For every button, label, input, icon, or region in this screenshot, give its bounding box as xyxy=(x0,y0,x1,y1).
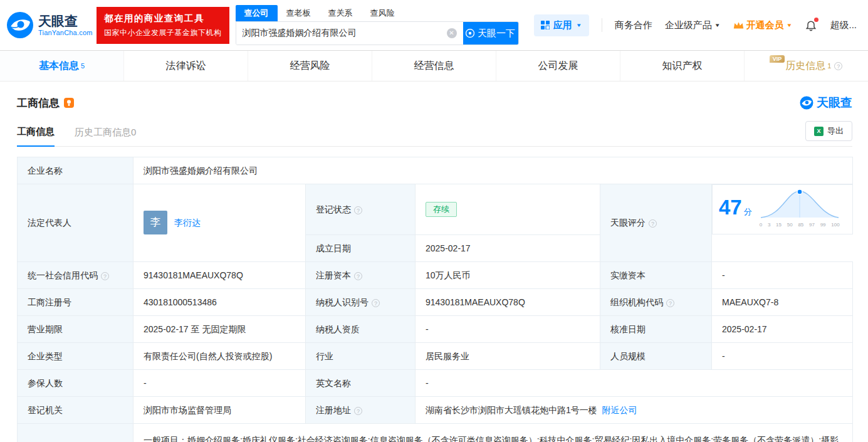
nav-enterprise-products[interactable]: 企业级产品 ▼ xyxy=(665,19,721,31)
help-icon[interactable]: ? xyxy=(354,407,362,415)
help-icon[interactable]: ? xyxy=(354,206,362,214)
status-badge: 存续 xyxy=(426,202,457,217)
subtab-business-registration[interactable]: 工商信息 xyxy=(17,126,55,147)
field-label-legal-rep: 法定代表人 xyxy=(18,184,133,262)
tab-history-info[interactable]: VIP 历史信息 1 ? xyxy=(745,51,868,81)
logo-brand-text: 天眼查 xyxy=(38,14,93,29)
search-tab-risk[interactable]: 查风险 xyxy=(362,5,404,21)
search-button[interactable]: 天眼一下 xyxy=(463,22,518,45)
score-marker-dot xyxy=(797,189,802,194)
table-row: 营业期限 2025-02-17 至 无固定期限 纳税人资质 - 核准日期 202… xyxy=(18,315,853,342)
company-detail-tabs: 基本信息 5 法律诉讼 经营风险 经营信息 公司发展 知识产权 VIP 历史信息… xyxy=(0,50,868,82)
field-value-score[interactable]: 47分 031550859799100 xyxy=(712,184,853,234)
main-content: 工商信息 天眼查 工商信息 历史工商信息0 X 导出 xyxy=(0,95,868,442)
field-value-legal-rep: 李 李衍达 xyxy=(133,184,306,262)
field-value-business-scope: 一般项目：婚姻介绍服务;婚庆礼仪服务;社会经济咨询服务;信息咨询服务（不含许可类… xyxy=(133,423,853,442)
tab-legal-proceedings[interactable]: 法律诉讼 xyxy=(124,51,248,81)
business-info-table: 企业名称 浏阳市强盛婚姻介绍有限公司 法定代表人 李 李衍达 登记状态? 存续 … xyxy=(17,157,853,442)
chevron-down-icon: ▼ xyxy=(714,23,721,28)
tab-risk-label: 经营风险 xyxy=(290,60,330,73)
help-icon[interactable]: ? xyxy=(101,272,109,280)
field-value-org-code: MAEAUXQ7-8 xyxy=(712,288,853,315)
field-label-industry: 行业 xyxy=(306,342,416,369)
field-value-establish-date: 2025-02-17 xyxy=(416,234,600,261)
field-label-org-code: 组织机构代码? xyxy=(600,288,712,315)
tab-legal-label: 法律诉讼 xyxy=(166,60,206,73)
field-value-industry: 居民服务业 xyxy=(416,342,600,369)
tab-company-development[interactable]: 公司发展 xyxy=(496,51,620,81)
search-tab-company[interactable]: 查公司 xyxy=(236,5,278,21)
notifications-bell[interactable] xyxy=(805,19,817,31)
field-label-reg-number: 工商注册号 xyxy=(18,288,133,315)
search-tab-boss[interactable]: 查老板 xyxy=(278,5,320,21)
tianyancha-logo[interactable]: 天眼查 TianYanCha.com xyxy=(6,11,94,39)
clear-search-icon[interactable]: ✕ xyxy=(447,28,457,38)
tab-history-count: 1 xyxy=(827,62,831,70)
tab-basic-info-label: 基本信息 xyxy=(39,60,79,73)
section-header: 工商信息 天眼查 xyxy=(17,95,852,111)
field-label-company-type: 企业类型 xyxy=(18,342,133,369)
field-label-reg-capital: 注册资本? xyxy=(306,261,416,288)
field-value-business-term: 2025-02-17 至 无固定期限 xyxy=(133,315,306,342)
help-icon[interactable]: ? xyxy=(354,272,362,280)
help-icon[interactable]: ? xyxy=(666,299,674,307)
search-input[interactable] xyxy=(236,22,447,45)
crown-icon xyxy=(733,21,744,29)
tab-basic-info[interactable]: 基本信息 5 xyxy=(0,51,124,81)
chevron-down-icon: ▼ xyxy=(576,23,582,28)
nav-vip-label: 开通会员 xyxy=(746,19,784,31)
apps-menu-label: 应用 xyxy=(553,19,572,31)
export-button[interactable]: X 导出 xyxy=(805,121,852,141)
tab-intellectual-property[interactable]: 知识产权 xyxy=(620,51,745,81)
nav-super-label: 超级... xyxy=(830,19,857,31)
field-value-english-name: - xyxy=(416,369,853,396)
nearby-companies-link[interactable]: 附近公司 xyxy=(602,405,637,415)
nav-enterprise-label: 企业级产品 xyxy=(665,19,712,31)
field-label-establish-date: 成立日期 xyxy=(306,234,416,261)
field-value-reg-status: 存续 xyxy=(416,184,600,235)
field-label-paid-capital: 实缴资本 xyxy=(600,261,712,288)
field-label-reg-status: 登记状态? xyxy=(306,184,416,235)
nav-business-cooperation[interactable]: 商务合作 xyxy=(615,19,652,31)
legal-rep-avatar[interactable]: 李 xyxy=(144,211,167,234)
search-button-label: 天眼一下 xyxy=(478,28,515,39)
field-label-business-term: 营业期限 xyxy=(18,315,133,342)
logo-domain-text: TianYanCha.com xyxy=(38,29,93,36)
field-label-reg-address: 注册地址? xyxy=(306,396,416,423)
field-label-company-name: 企业名称 xyxy=(18,157,133,184)
nav-open-vip[interactable]: 开通会员 ▼ xyxy=(733,19,793,31)
export-button-label: 导出 xyxy=(827,125,844,137)
excel-icon: X xyxy=(814,127,824,136)
apps-menu[interactable]: 应用 ▼ xyxy=(534,14,589,36)
field-label-taxpayer-id: 纳税人识别号? xyxy=(306,288,416,315)
help-icon[interactable]: ? xyxy=(649,219,657,228)
notification-dot xyxy=(814,18,818,22)
promo-banner: 都在用的商业查询工具 国家中小企业发展子基金旗下机构 xyxy=(97,7,229,44)
watermark-brand-text: 天眼查 xyxy=(817,95,852,111)
tianyancha-eye-icon xyxy=(800,96,813,110)
field-label-taxpayer-quality: 纳税人资质 xyxy=(306,315,416,342)
nav-super-vip[interactable]: 超级... xyxy=(830,19,857,31)
tab-business-info[interactable]: 经营信息 xyxy=(372,51,496,81)
field-value-reg-authority: 浏阳市市场监督管理局 xyxy=(133,396,306,423)
field-label-approval-date: 核准日期 xyxy=(600,315,712,342)
score-curve xyxy=(760,187,840,219)
sub-tabs: 工商信息 历史工商信息0 X 导出 xyxy=(17,121,852,147)
table-row: 统一社会信用代码? 91430181MAEAUXQ78Q 注册资本? 10万人民… xyxy=(18,261,853,288)
help-icon[interactable]: ? xyxy=(834,62,842,70)
vip-badge: VIP xyxy=(770,55,785,63)
table-row: 工商注册号 430181000513486 纳税人识别号? 91430181MA… xyxy=(18,288,853,315)
score-distribution-chart: 031550859799100 xyxy=(760,187,840,231)
help-icon[interactable]: ? xyxy=(372,299,380,307)
field-label-english-name: 英文名称 xyxy=(306,369,416,396)
field-value-approval-date: 2025-02-17 xyxy=(712,315,853,342)
tab-operational-risk[interactable]: 经营风险 xyxy=(248,51,372,81)
search-tab-relation[interactable]: 查关系 xyxy=(320,5,362,21)
table-row: 经营范围? 一般项目：婚姻介绍服务;婚庆礼仪服务;社会经济咨询服务;信息咨询服务… xyxy=(18,423,853,442)
field-value-company-type: 有限责任公司(自然人投资或控股) xyxy=(133,342,306,369)
table-row: 企业名称 浏阳市强盛婚姻介绍有限公司 xyxy=(18,157,853,184)
search-area: 查公司 查老板 查关系 查风险 ✕ 天眼一下 xyxy=(236,5,519,45)
legal-rep-link[interactable]: 李衍达 xyxy=(174,216,201,229)
field-value-paid-capital: - xyxy=(712,261,853,288)
subtab-history-registration[interactable]: 历史工商信息0 xyxy=(75,127,136,146)
